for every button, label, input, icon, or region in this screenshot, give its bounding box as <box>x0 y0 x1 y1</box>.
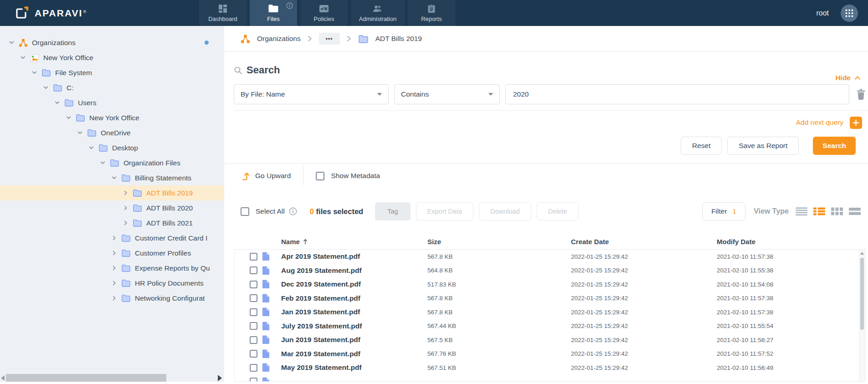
info-icon[interactable] <box>289 207 297 215</box>
column-header-create-date[interactable]: Create Date <box>571 238 717 246</box>
chevron-right-icon[interactable] <box>123 190 133 196</box>
go-upward-link[interactable]: Go Upward <box>255 172 291 180</box>
chevron-down-icon[interactable] <box>54 100 64 106</box>
save-as-report-button[interactable]: Save as Report <box>727 137 799 155</box>
breadcrumb-root[interactable]: Organizations <box>257 35 301 43</box>
tree-item-organizations[interactable]: Organizations <box>0 35 224 50</box>
add-query-button[interactable] <box>850 117 862 129</box>
chevron-down-icon[interactable] <box>43 85 53 91</box>
row-checkbox[interactable] <box>250 266 257 274</box>
info-icon[interactable] <box>286 2 293 9</box>
file-row-feb-2019-statement-pdf[interactable]: Feb 2019 Statement.pdf567.8 KB2022-01-25… <box>235 292 865 306</box>
tab-reports[interactable]: Reports <box>408 0 455 26</box>
chevron-right-icon[interactable] <box>111 280 121 286</box>
file-row-may-2019-statement-pdf[interactable]: May 2019 Statement.pdf567.51 KB2022-01-2… <box>235 361 865 375</box>
scrollbar-thumb[interactable] <box>6 374 166 382</box>
table-vertical-scrollbar[interactable] <box>859 250 865 381</box>
row-checkbox[interactable] <box>250 378 257 382</box>
scrollbar-thumb[interactable] <box>860 258 864 330</box>
apps-grid-button[interactable] <box>841 5 858 22</box>
tab-policies[interactable]: Policies <box>300 0 348 26</box>
reset-button[interactable]: Reset <box>681 137 722 155</box>
tree-item-hr-policy-documents[interactable]: HR Policy Documents <box>0 276 224 291</box>
file-row-jun-2019-statement-pdf[interactable]: Jun 2019 Statement.pdf567.5 KB2022-01-25… <box>235 333 865 347</box>
view-large-rows-icon[interactable] <box>849 207 861 215</box>
chevron-right-icon[interactable] <box>123 220 133 226</box>
view-list-icon[interactable] <box>796 207 807 215</box>
chevron-down-icon[interactable] <box>66 115 76 121</box>
row-checkbox[interactable] <box>250 322 257 330</box>
view-grid-icon[interactable] <box>831 207 843 215</box>
tree-item-users[interactable]: Users <box>0 95 224 110</box>
chevron-right-icon[interactable] <box>111 250 121 256</box>
query-operator-select[interactable]: Contains <box>394 84 500 104</box>
tree-item-customer-credit-card-i[interactable]: Customer Credit Card I <box>0 230 224 246</box>
tree-item-desktop[interactable]: Desktop <box>0 140 224 155</box>
chevron-down-icon[interactable] <box>31 70 41 76</box>
chevron-down-icon[interactable] <box>9 40 19 46</box>
tab-files[interactable]: Files <box>250 0 297 26</box>
tab-administration[interactable]: Administration <box>351 0 405 26</box>
tree-item-networking-configurat[interactable]: Networking Configurat <box>0 291 224 306</box>
column-header-modify-date[interactable]: Modify Date <box>717 238 865 246</box>
file-row-apr-2019-statement-pdf[interactable]: Apr 2019 Statement.pdf567.8 KB2022-01-25… <box>235 250 865 264</box>
tree-item-onedrive[interactable]: OneDrive <box>0 125 224 140</box>
tree-item-organization-files[interactable]: Organization Files <box>0 155 224 170</box>
tree-item-customer-profiles[interactable]: Customer Profiles <box>0 246 224 261</box>
tree-item-billing-statements[interactable]: Billing Statements <box>0 170 224 185</box>
sidebar-horizontal-scrollbar[interactable] <box>0 374 224 382</box>
download-button[interactable]: Download <box>479 202 531 220</box>
chevron-down-icon[interactable] <box>77 130 87 136</box>
file-name: Jun 2019 Statement.pdf <box>281 336 427 344</box>
delete-query-icon[interactable] <box>856 89 866 100</box>
view-detailed-list-icon[interactable] <box>813 207 825 215</box>
tree-item-adt-bills-2019[interactable]: ADT Bills 2019 <box>0 185 224 200</box>
tag-button[interactable]: Tag <box>375 202 410 220</box>
file-row-july-2019-statement-pdf[interactable]: July 2019 Statement.pdf567.44 KB2022-01-… <box>235 319 865 333</box>
row-checkbox[interactable] <box>250 308 257 316</box>
file-row-aug-2019-statement-pdf[interactable]: Aug 2019 Statement.pdf564.8 KB2022-01-25… <box>235 264 865 278</box>
hide-search-link[interactable]: Hide <box>835 74 861 82</box>
tree-item-adt-bills-2020[interactable]: ADT Bills 2020 <box>0 200 224 215</box>
breadcrumb-ellipsis-button[interactable]: ••• <box>319 33 340 45</box>
row-checkbox[interactable] <box>250 281 257 288</box>
chevron-right-icon[interactable] <box>111 265 121 271</box>
select-all-checkbox[interactable] <box>241 207 249 216</box>
column-header-name[interactable]: Name <box>281 238 427 246</box>
chevron-down-icon[interactable] <box>111 175 121 181</box>
filter-button[interactable]: Filter 1 <box>702 202 745 220</box>
tab-dashboard[interactable]: Dashboard <box>199 0 247 26</box>
chevron-right-icon[interactable] <box>123 205 133 211</box>
chevron-down-icon[interactable] <box>20 55 30 61</box>
chevron-down-icon[interactable] <box>100 160 110 166</box>
show-metadata-checkbox[interactable] <box>316 172 324 180</box>
row-checkbox[interactable] <box>250 336 257 344</box>
file-row-mar-2019-statement-pdf[interactable]: Mar 2019 Statement.pdf567.76 KB2022-01-2… <box>235 347 865 361</box>
tree-item-c[interactable]: C: <box>0 80 224 95</box>
chevron-right-icon[interactable] <box>111 235 121 241</box>
query-field-select[interactable]: By File: Name <box>234 84 389 104</box>
chevron-down-icon[interactable] <box>88 145 98 151</box>
add-next-query-link[interactable]: Add next query <box>796 118 843 127</box>
tree-item-adt-bills-2021[interactable]: ADT Bills 2021 <box>0 215 224 230</box>
scroll-up-arrow[interactable] <box>860 252 864 255</box>
file-row-dec-2019-statement-pdf[interactable]: Dec 2019 Statement.pdf517.83 KB2022-01-2… <box>235 277 865 292</box>
scroll-right-arrow[interactable] <box>218 375 222 381</box>
delete-button[interactable]: Delete <box>537 202 579 220</box>
row-checkbox[interactable] <box>250 350 257 358</box>
tree-item-file-system[interactable]: File System <box>0 65 224 80</box>
tree-item-new-york-office[interactable]: New York Office <box>0 50 224 65</box>
column-header-size[interactable]: Size <box>427 238 571 246</box>
row-checkbox[interactable] <box>250 364 257 372</box>
chevron-right-icon[interactable] <box>111 295 121 301</box>
query-value-input[interactable] <box>505 84 849 104</box>
row-checkbox[interactable] <box>250 253 257 261</box>
file-row-jan-2019-statement-pdf[interactable]: Jan 2019 Statement.pdf567.8 KB2022-01-25… <box>235 305 865 319</box>
search-button[interactable]: Search <box>813 137 856 155</box>
tree-item-expense-reports-by-qu[interactable]: Expense Reports by Qu <box>0 261 224 276</box>
tree-item-new-york-office[interactable]: New York Office <box>0 110 224 125</box>
row-checkbox[interactable] <box>250 294 257 302</box>
export-data-button[interactable]: Export Data <box>416 202 474 220</box>
scroll-left-arrow[interactable] <box>1 375 5 381</box>
file-row-partial[interactable] <box>235 375 865 382</box>
